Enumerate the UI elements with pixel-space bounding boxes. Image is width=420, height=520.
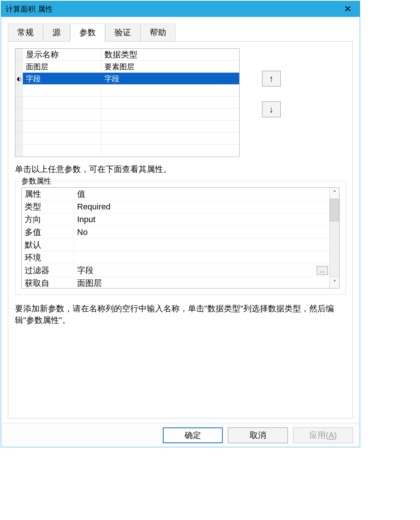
- tab-body: 显示名称 数据类型 面图层 要素图层 ◐ 字段 字段: [8, 41, 353, 418]
- param-name-cell: 面图层: [23, 61, 101, 72]
- param-row-empty[interactable]: [15, 85, 239, 97]
- prop-key: 多值: [22, 226, 74, 238]
- close-icon[interactable]: ✕: [339, 1, 357, 17]
- prop-key: 获取自: [22, 277, 74, 288]
- prop-val: [74, 239, 329, 251]
- reorder-controls: ↑ ↓: [262, 48, 281, 117]
- param-row-empty[interactable]: [15, 145, 239, 157]
- prop-val: 字段 ...: [74, 264, 329, 276]
- prop-header-key: 属性: [22, 188, 74, 200]
- param-type-cell: 字段: [101, 73, 239, 84]
- prop-header: 属性 值: [22, 188, 329, 200]
- ok-button[interactable]: 确定: [163, 427, 223, 443]
- param-row: 显示名称 数据类型 面图层 要素图层 ◐ 字段 字段: [15, 48, 346, 157]
- move-down-button[interactable]: ↓: [262, 102, 281, 117]
- content-area: 常规 源 参数 验证 帮助 显示名称 数据类型 面图层 要素图层: [1, 17, 360, 423]
- param-name-cell: 字段: [23, 73, 101, 84]
- tab-validate[interactable]: 验证: [105, 24, 140, 42]
- param-row-item[interactable]: ◐ 字段 字段: [15, 73, 239, 85]
- button-bar: 确定 取消 应用(A): [1, 423, 360, 447]
- prop-key: 过滤器: [22, 264, 74, 276]
- tab-general[interactable]: 常规: [8, 24, 43, 42]
- window-title: 计算面积 属性: [6, 4, 339, 14]
- apply-button[interactable]: 应用(A): [293, 427, 353, 443]
- move-up-button[interactable]: ↑: [262, 71, 281, 87]
- scroll-up-icon[interactable]: ˄: [330, 188, 339, 199]
- param-row-empty[interactable]: [15, 121, 239, 133]
- property-table[interactable]: 属性 值 类型 Required 方向 Input 多值: [22, 188, 329, 288]
- property-fieldset: 参数属性 属性 值 类型 Required 方向 Input: [15, 181, 346, 295]
- scroll-thumb[interactable]: [330, 199, 339, 221]
- prop-key: 环境: [22, 251, 74, 264]
- param-type-cell: 要素图层: [101, 61, 239, 72]
- row-marker-icon: ◐: [15, 73, 23, 84]
- prop-row[interactable]: 默认: [22, 239, 329, 251]
- tab-params[interactable]: 参数: [70, 24, 105, 42]
- prop-row[interactable]: 获取自 面图层: [22, 277, 329, 288]
- prop-key: 默认: [22, 239, 74, 251]
- tab-help[interactable]: 帮助: [140, 24, 176, 42]
- tab-source[interactable]: 源: [43, 24, 70, 42]
- prop-key: 类型: [22, 200, 74, 213]
- dialog-window: 计算面积 属性 ✕ 常规 源 参数 验证 帮助 显示名称 数据类型: [1, 1, 360, 447]
- browse-button[interactable]: ...: [317, 266, 328, 275]
- param-header-type: 数据类型: [101, 49, 239, 60]
- param-header: 显示名称 数据类型: [15, 49, 239, 61]
- arrow-down-icon: ↓: [269, 104, 274, 115]
- help-text: 要添加新参数，请在名称列的空行中输入名称，单击"数据类型"列选择数据类型，然后编…: [15, 303, 346, 326]
- prop-row[interactable]: 环境: [22, 251, 329, 264]
- gutter: [15, 61, 23, 72]
- parameter-table[interactable]: 显示名称 数据类型 面图层 要素图层 ◐ 字段 字段: [15, 48, 240, 157]
- property-table-wrap: 属性 值 类型 Required 方向 Input 多值: [21, 187, 340, 288]
- vertical-scrollbar[interactable]: ˄ ˅: [329, 188, 339, 288]
- cancel-button[interactable]: 取消: [228, 427, 288, 443]
- scroll-down-icon[interactable]: ˅: [330, 277, 339, 288]
- param-row-item[interactable]: 面图层 要素图层: [15, 61, 239, 73]
- tab-strip: 常规 源 参数 验证 帮助: [8, 24, 353, 42]
- hint-text: 单击以上任意参数，可在下面查看其属性。: [15, 164, 346, 175]
- param-row-empty[interactable]: [15, 133, 239, 145]
- titlebar: 计算面积 属性 ✕: [1, 1, 360, 17]
- gutter: [15, 49, 23, 60]
- prop-row[interactable]: 多值 No: [22, 226, 329, 239]
- prop-row[interactable]: 过滤器 字段 ...: [22, 264, 329, 277]
- arrow-up-icon: ↑: [269, 73, 274, 84]
- prop-val: 面图层: [74, 277, 329, 288]
- prop-row[interactable]: 方向 Input: [22, 213, 329, 226]
- prop-val: No: [74, 226, 329, 238]
- param-row-empty[interactable]: [15, 109, 239, 121]
- param-header-name: 显示名称: [23, 49, 101, 60]
- prop-val: [74, 251, 329, 264]
- prop-row[interactable]: 类型 Required: [22, 200, 329, 213]
- prop-val: Required: [74, 200, 329, 213]
- fieldset-legend: 参数属性: [19, 176, 54, 186]
- prop-key: 方向: [22, 213, 74, 226]
- param-row-empty[interactable]: [15, 97, 239, 109]
- prop-val: Input: [74, 213, 329, 226]
- prop-header-val: 值: [74, 188, 329, 200]
